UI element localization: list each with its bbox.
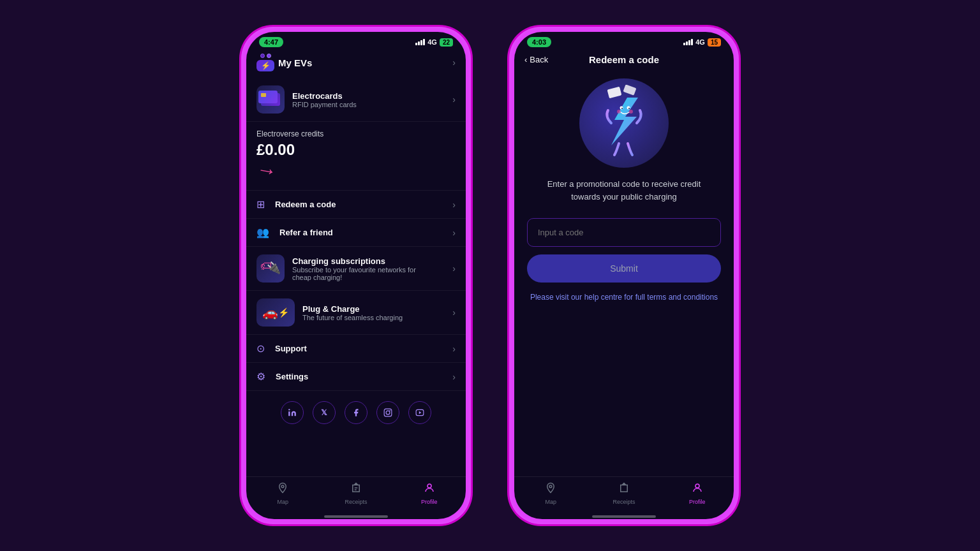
svg-point-14 [621, 108, 623, 109]
nav-profile-2[interactable]: Profile [660, 482, 734, 505]
charging-sub-text: Charging subscriptions Subscribe to your… [292, 256, 416, 281]
car-icon: 🚗 [262, 305, 278, 320]
nav-profile-1[interactable]: Profile [392, 482, 466, 505]
refer-friend-chevron: › [452, 228, 456, 238]
settings-left: ⚙ Settings [256, 371, 308, 383]
bottom-nav-2: Map Receipts Profile [514, 476, 734, 513]
pink-arrow-indicator: ← [255, 158, 279, 184]
card-stack [258, 91, 283, 108]
screen-content-2: ‹ Back Redeem a code [514, 50, 734, 476]
support-title: Support [275, 344, 307, 353]
status-bar-2: 4:03 4G 15 [514, 32, 734, 50]
header-dots-row [260, 54, 271, 58]
svg-point-3 [389, 410, 390, 411]
plug-charge-item[interactable]: 🚗 ⚡ Plug & Charge The future of seamless… [246, 291, 466, 335]
refer-friend-icon: 👥 [256, 226, 269, 239]
signal-bar-8 [691, 39, 693, 45]
redeem-code-item[interactable]: ⊞ Redeem a code › [246, 191, 466, 219]
facebook-icon[interactable] [345, 401, 368, 424]
nav-receipts-label-2: Receipts [613, 499, 635, 505]
signal-bars-2 [683, 39, 693, 45]
redeem-code-title: Redeem a code [275, 200, 336, 209]
my-evs-chevron[interactable]: › [452, 57, 456, 68]
plug-charge-title: Plug & Charge [302, 304, 403, 314]
header-icon-container: ⚡ [256, 54, 274, 71]
svg-point-6 [281, 485, 284, 488]
refer-friend-left: 👥 Refer a friend [256, 226, 333, 239]
support-item[interactable]: ⊙ Support › [246, 335, 466, 363]
charging-subscriptions-item[interactable]: 🏷 🔌 Charging subscriptions Subscribe to … [246, 247, 466, 291]
electrocards-chevron: › [452, 94, 456, 105]
nav-map-1[interactable]: Map [246, 482, 320, 505]
svg-rect-8 [607, 87, 622, 99]
charger-icon: 🔌 [267, 261, 281, 275]
redeem-code-chevron: › [452, 200, 456, 210]
signal-bar-4 [423, 39, 425, 45]
svg-point-19 [695, 484, 699, 488]
instagram-icon[interactable] [376, 401, 399, 424]
phone-1: 4:47 4G 22 [241, 27, 471, 524]
battery-badge-1: 22 [440, 38, 453, 47]
linkedin-icon[interactable] [281, 401, 304, 424]
bolt-header-icon: ⚡ [256, 60, 274, 71]
electrocards-item[interactable]: Electrocards RFID payment cards › [246, 78, 466, 122]
plug-charge-subtitle: The future of seamless charging [302, 314, 403, 321]
plug-charge-text: Plug & Charge The future of seamless cha… [302, 304, 403, 321]
home-indicator-2 [592, 515, 656, 518]
refer-friend-title: Refer a friend [279, 228, 333, 237]
nav-map-2[interactable]: Map [514, 482, 588, 505]
mascot-container [514, 72, 734, 178]
battery-badge-2: 15 [708, 38, 721, 47]
signal-bar-6 [686, 41, 688, 45]
status-right-2: 4G 15 [683, 38, 721, 47]
submit-button[interactable]: Submit [527, 254, 721, 283]
status-right-1: 4G 22 [415, 38, 453, 47]
my-evs-title: My EVs [278, 57, 312, 68]
svg-point-7 [427, 484, 431, 488]
screen-content-1: ⚡ My EVs › [246, 50, 466, 476]
nav-profile-label-1: Profile [421, 499, 438, 505]
credits-label: Electroverse credits [256, 129, 456, 138]
charging-sub-icon-box: 🏷 🔌 [256, 254, 285, 283]
profile-nav-icon-2 [692, 482, 703, 497]
signal-bar-1 [415, 43, 417, 45]
youtube-icon[interactable] [408, 401, 431, 424]
x-twitter-icon[interactable]: 𝕏 [313, 401, 336, 424]
credits-amount: £0.00 [256, 141, 456, 159]
mascot-circle [579, 78, 669, 168]
refer-friend-item[interactable]: 👥 Refer a friend › [246, 219, 466, 247]
dot-1 [260, 54, 265, 58]
code-input-field[interactable] [527, 218, 721, 247]
credits-section: Electroverse credits £0.00 ← [246, 122, 466, 191]
phone-2: 4:03 4G 15 ‹ Back Redeem a code [509, 27, 739, 524]
settings-item[interactable]: ⚙ Settings › [246, 363, 466, 391]
svg-rect-9 [623, 85, 636, 96]
svg-point-17 [629, 110, 633, 114]
svg-point-2 [386, 411, 390, 415]
nav-map-label-1: Map [278, 499, 289, 505]
charging-sub-chevron: › [452, 263, 456, 274]
signal-bar-5 [683, 43, 685, 45]
nav-receipts-1[interactable]: Receipts [320, 482, 393, 505]
electrocards-left: Electrocards RFID payment cards [256, 85, 357, 114]
settings-chevron: › [452, 372, 456, 382]
plug-charge-icon-box: 🚗 ⚡ [256, 298, 295, 327]
status-bar-1: 4:47 4G 22 [246, 32, 466, 50]
plug-charge-left: 🚗 ⚡ Plug & Charge The future of seamless… [256, 298, 403, 327]
dot-2 [267, 54, 271, 58]
receipts-nav-icon-2 [618, 482, 630, 497]
signal-bar-7 [688, 40, 690, 45]
nav-map-label-2: Map [546, 499, 557, 505]
back-chevron-icon: ‹ [524, 55, 527, 64]
back-button[interactable]: ‹ Back [524, 55, 548, 64]
receipts-nav-icon-1 [350, 482, 362, 497]
bolt-symbol: ⚡ [261, 61, 271, 70]
charging-subscriptions-left: 🏷 🔌 Charging subscriptions Subscribe to … [256, 254, 416, 283]
nav-receipts-2[interactable]: Receipts [588, 482, 661, 505]
bottom-nav-1: Map Receipts Profile [246, 476, 466, 513]
terms-link[interactable]: Please visit our help centre for full te… [527, 291, 721, 303]
svg-point-12 [620, 107, 623, 110]
redeem-code-left: ⊞ Redeem a code [256, 198, 336, 210]
map-nav-icon-1 [277, 482, 288, 497]
redeem-page-title: Redeem a code [589, 54, 659, 65]
